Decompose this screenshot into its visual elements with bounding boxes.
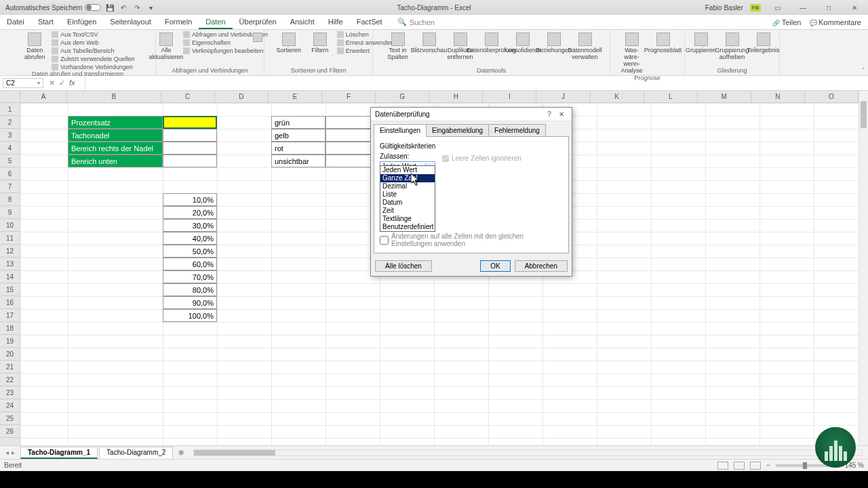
toggle-switch[interactable]: [85, 4, 101, 11]
vertical-scrollbar[interactable]: [859, 91, 868, 445]
ribbon-item[interactable]: Aus Text/CSV: [52, 31, 135, 38]
comments-button[interactable]: Kommentare: [810, 18, 862, 26]
row-header[interactable]: 15: [0, 283, 20, 296]
page-layout-icon[interactable]: [734, 462, 745, 470]
dropdown-option[interactable]: Zeit: [380, 207, 435, 215]
undo-icon[interactable]: ↶: [119, 3, 128, 12]
cell[interactable]: 30,0%: [163, 219, 217, 232]
cell[interactable]: gelb: [271, 129, 326, 142]
col-header[interactable]: K: [591, 91, 644, 102]
page-break-icon[interactable]: [750, 462, 761, 470]
data-validation-button[interactable]: Datenüberprüfung: [477, 31, 506, 54]
ribbon-tab-ansicht[interactable]: Ansicht: [283, 16, 321, 29]
cancel-button[interactable]: Abbrechen: [515, 260, 568, 272]
dialog-tab[interactable]: Fehlermeldung: [488, 124, 546, 137]
ribbon-tab-datei[interactable]: Datei: [0, 16, 31, 29]
zoom-slider[interactable]: [776, 464, 830, 467]
row-header[interactable]: 18: [0, 322, 20, 335]
col-header[interactable]: C: [161, 91, 215, 102]
ribbon-tab-einfügen[interactable]: Einfügen: [60, 16, 103, 29]
search-box[interactable]: 🔍 Suchen: [397, 18, 435, 26]
normal-view-icon[interactable]: [717, 462, 728, 470]
row-header[interactable]: 9: [0, 206, 20, 219]
name-box[interactable]: C2▾: [3, 78, 43, 88]
dropdown-option[interactable]: Benutzerdefiniert: [380, 223, 435, 231]
ribbon-tab-formeln[interactable]: Formeln: [158, 16, 199, 29]
text-to-columns-button[interactable]: Text in Spalten: [384, 31, 412, 61]
row-header[interactable]: 13: [0, 258, 20, 270]
row-header[interactable]: 12: [0, 245, 20, 258]
cell[interactable]: Tachonadel: [68, 129, 163, 142]
cell[interactable]: 80,0%: [163, 283, 217, 296]
ribbon-tab-überprüfen[interactable]: Überprüfen: [233, 16, 283, 29]
ignore-blank-checkbox[interactable]: Leere Zellen ignorieren: [442, 155, 521, 162]
row-header[interactable]: 20: [0, 348, 20, 361]
cell[interactable]: 100,0%: [163, 309, 217, 322]
cell[interactable]: 60,0%: [163, 258, 217, 270]
save-icon[interactable]: 💾: [105, 3, 115, 12]
remove-dup-button[interactable]: Duplikate entfernen: [446, 31, 475, 61]
dropdown-option[interactable]: Datum: [380, 199, 435, 207]
redo-icon[interactable]: ↷: [132, 3, 142, 12]
row-header[interactable]: 6: [0, 167, 20, 180]
flash-fill-button[interactable]: Blitzvorschau: [415, 31, 443, 54]
get-data-button[interactable]: Daten abrufen: [20, 31, 49, 61]
dropdown-option[interactable]: Ganze Zahl: [380, 174, 435, 182]
ribbon-tab-daten[interactable]: Daten: [199, 16, 232, 29]
row-header[interactable]: 1: [0, 103, 20, 116]
ribbon-item[interactable]: Aus Tabelle/Bereich: [52, 47, 135, 54]
sheet-next-icon[interactable]: ▸: [12, 449, 15, 456]
sheet-prev-icon[interactable]: ◂: [5, 449, 9, 456]
col-header[interactable]: N: [751, 91, 805, 102]
col-header[interactable]: O: [805, 91, 859, 102]
row-header[interactable]: 22: [0, 373, 20, 386]
row-header[interactable]: 17: [0, 309, 20, 322]
cell[interactable]: [163, 116, 217, 129]
formula-input[interactable]: [85, 76, 868, 90]
ok-button[interactable]: OK: [480, 260, 510, 272]
col-header[interactable]: E: [269, 91, 322, 102]
cell[interactable]: 90,0%: [163, 296, 217, 309]
qat-more-icon[interactable]: ▾: [146, 3, 155, 12]
col-header[interactable]: D: [215, 91, 269, 102]
row-header[interactable]: 21: [0, 361, 20, 373]
allow-options-list[interactable]: Jeden WertGanze ZahlDezimalListeDatumZei…: [380, 165, 435, 232]
row-header[interactable]: 5: [0, 155, 20, 167]
cell[interactable]: [163, 142, 217, 155]
col-header[interactable]: H: [429, 91, 483, 102]
ribbon-tab-factset[interactable]: FactSet: [350, 16, 389, 29]
cell[interactable]: 70,0%: [163, 270, 217, 283]
dropdown-option[interactable]: Jeden Wert: [380, 166, 435, 174]
col-header[interactable]: L: [644, 91, 698, 102]
cell[interactable]: Prozentsatz: [68, 116, 163, 129]
ribbon-item[interactable]: Zuletzt verwendete Quellen: [52, 56, 135, 62]
ribbon-tab-seitenlayout[interactable]: Seitenlayout: [103, 16, 158, 29]
group-button[interactable]: Gruppieren: [687, 31, 715, 54]
cell[interactable]: 40,0%: [163, 232, 217, 245]
autosave-toggle[interactable]: Automatisches Speichern: [5, 4, 101, 12]
col-header[interactable]: I: [483, 91, 536, 102]
consolidate-button[interactable]: Konsolidieren: [509, 31, 537, 54]
col-header[interactable]: A: [20, 91, 67, 102]
dialog-tab[interactable]: Einstellungen: [374, 124, 427, 137]
row-header[interactable]: 7: [0, 180, 20, 193]
row-header[interactable]: 11: [0, 232, 20, 245]
ribbon-item[interactable]: Aus dem Web: [52, 39, 135, 46]
ribbon-tab-hilfe[interactable]: Hilfe: [321, 16, 350, 29]
cell[interactable]: 50,0%: [163, 245, 217, 258]
col-header[interactable]: G: [376, 91, 429, 102]
close-icon[interactable]: ✕: [845, 1, 864, 14]
cell[interactable]: 10,0%: [163, 193, 217, 206]
row-header[interactable]: 2: [0, 116, 20, 129]
cancel-fx-icon[interactable]: ✕: [49, 79, 55, 87]
row-header[interactable]: 10: [0, 219, 20, 232]
dropdown-option[interactable]: Dezimal: [380, 182, 435, 190]
fx-icon[interactable]: fx: [69, 79, 79, 87]
row-header[interactable]: 14: [0, 270, 20, 283]
row-header[interactable]: 19: [0, 335, 20, 348]
select-all-corner[interactable]: [0, 91, 20, 103]
sheet-tab[interactable]: Tacho-Diagramm_1: [20, 447, 98, 459]
data-model-button[interactable]: Datenmodell verwalten: [571, 31, 599, 61]
row-header[interactable]: 8: [0, 193, 20, 206]
dialog-tab[interactable]: Eingabemeldung: [426, 124, 489, 137]
